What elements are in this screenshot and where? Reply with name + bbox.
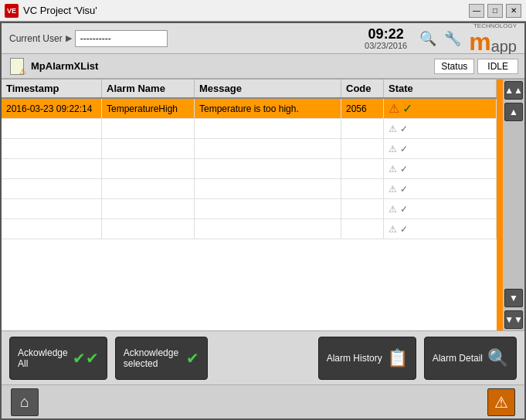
table-row[interactable]: 2016-03-23 09:22:14 TemperatureHigh Temp… bbox=[2, 99, 497, 119]
state-check-icon: ✓ bbox=[400, 204, 408, 215]
mapp-rest: app bbox=[491, 39, 517, 54]
header-bar: Current User ▶ 09:22 03/23/2016 🔍 🔧 TECH… bbox=[2, 23, 524, 54]
mapp-logo: TECHNOLOGY m app bbox=[469, 23, 517, 54]
table-row[interactable]: ⚠ ✓ bbox=[2, 159, 497, 179]
alarm-history-button[interactable]: Alarm History 📋 bbox=[318, 337, 416, 380]
warning-footer-icon: ⚠ bbox=[494, 393, 508, 412]
main-window: Current User ▶ 09:22 03/23/2016 🔍 🔧 TECH… bbox=[0, 22, 526, 420]
time-display: 09:22 bbox=[365, 27, 407, 41]
table-header: Timestamp Alarm Name Message Code State bbox=[2, 80, 497, 99]
table-row[interactable]: ⚠ ✓ bbox=[2, 179, 497, 199]
state-warn-icon: ⚠ bbox=[389, 164, 397, 174]
scroll-down-bottom-button[interactable]: ▼▼ bbox=[504, 310, 523, 329]
alarm-indicator-button[interactable]: ⚠ bbox=[487, 388, 515, 416]
arrow-right-icon: ▶ bbox=[66, 33, 72, 43]
scroll-up-top-button[interactable]: ▲▲ bbox=[504, 81, 523, 100]
detail-icon: 🔍 bbox=[487, 348, 508, 368]
alarm-history-label: Alarm History bbox=[327, 353, 382, 364]
user-input[interactable] bbox=[75, 30, 168, 47]
title-bar: VE VC Project 'Visu' — □ ✕ bbox=[0, 0, 526, 22]
scroll-area: ▲▲ ▲ ▼ ▼▼ bbox=[497, 80, 524, 330]
table-container: Timestamp Alarm Name Message Code State … bbox=[2, 79, 524, 330]
cell-alarm-name bbox=[102, 139, 195, 158]
cell-message bbox=[195, 159, 341, 178]
cell-alarm-name bbox=[102, 219, 195, 239]
btn-text: Ackowledge All bbox=[18, 347, 68, 369]
col-state: State bbox=[384, 80, 497, 97]
cell-alarm-name bbox=[102, 199, 195, 218]
state-warn-icon: ⚠ bbox=[389, 224, 397, 235]
state-warn-icon: ⚠ bbox=[389, 124, 397, 134]
state-warn-icon: ⚠ bbox=[389, 184, 397, 195]
doc-icon bbox=[10, 58, 24, 75]
table-row[interactable]: ⚠ ✓ bbox=[2, 119, 497, 139]
scroll-up-button[interactable]: ▲ bbox=[504, 103, 523, 121]
state-check-icon: ✓ bbox=[400, 144, 408, 154]
component-name: MpAlarmXList bbox=[31, 60, 434, 72]
mapp-m: m bbox=[469, 29, 490, 54]
table-row[interactable]: ⚠ ✓ bbox=[2, 219, 497, 239]
scroll-down-button[interactable]: ▼ bbox=[504, 289, 523, 307]
table-main: Timestamp Alarm Name Message Code State … bbox=[2, 80, 497, 330]
check-all-icon: ✔✔ bbox=[73, 349, 99, 368]
close-button[interactable]: ✕ bbox=[506, 4, 521, 18]
col-message: Message bbox=[195, 80, 341, 97]
scroll-column: ▲▲ ▲ ▼ ▼▼ bbox=[501, 80, 524, 330]
alarm-detail-button[interactable]: Alarm Detail 🔍 bbox=[424, 337, 517, 380]
minimize-button[interactable]: — bbox=[469, 4, 484, 18]
user-label: Current User bbox=[9, 33, 63, 44]
component-bar: MpAlarmXList Status IDLE bbox=[2, 54, 524, 79]
cell-alarm-name bbox=[102, 159, 195, 178]
cell-message bbox=[195, 139, 341, 158]
cell-code bbox=[341, 199, 384, 218]
col-alarm-name: Alarm Name bbox=[102, 80, 195, 97]
cell-state: ⚠ ✓ bbox=[384, 219, 497, 239]
cell-state: ⚠ ✓ bbox=[384, 159, 497, 178]
acknowledge-selected-button[interactable]: Acknowledge selected ✔ bbox=[115, 337, 208, 380]
cell-state: ⚠ ✓ bbox=[384, 119, 497, 138]
header-time: 09:22 03/23/2016 bbox=[365, 27, 407, 50]
status-label: Status bbox=[434, 59, 474, 74]
status-value: IDLE bbox=[477, 59, 518, 74]
cell-timestamp bbox=[2, 139, 102, 158]
table-row[interactable]: ⚠ ✓ bbox=[2, 139, 497, 159]
table-rows: 2016-03-23 09:22:14 TemperatureHigh Temp… bbox=[2, 99, 497, 330]
check-selected-icon: ✔ bbox=[186, 349, 199, 368]
cell-timestamp bbox=[2, 119, 102, 138]
app-logo: VE bbox=[5, 4, 19, 18]
cell-code: 2056 bbox=[341, 99, 384, 118]
cell-timestamp bbox=[2, 219, 102, 239]
cell-timestamp bbox=[2, 159, 102, 178]
home-button[interactable]: ⌂ bbox=[11, 388, 39, 416]
state-check-icon: ✓ bbox=[400, 224, 408, 235]
alarm-detail-label: Alarm Detail bbox=[433, 353, 483, 364]
acknowledge-all-button[interactable]: Ackowledge All ✔✔ bbox=[9, 337, 107, 380]
cell-alarm-name: TemperatureHigh bbox=[102, 99, 195, 118]
bottom-buttons: Ackowledge All ✔✔ Acknowledge selected ✔… bbox=[2, 330, 524, 384]
cell-state: ⚠ ✓ bbox=[384, 99, 497, 118]
home-icon: ⌂ bbox=[20, 393, 29, 411]
state-warn-icon: ⚠ bbox=[389, 144, 397, 154]
maximize-button[interactable]: □ bbox=[487, 4, 503, 18]
state-warn-icon: ⚠ bbox=[389, 204, 397, 215]
cell-code bbox=[341, 179, 384, 198]
history-icon: 📋 bbox=[387, 348, 408, 368]
state-check-icon: ✓ bbox=[402, 101, 412, 116]
cell-code bbox=[341, 119, 384, 138]
state-check-icon: ✓ bbox=[400, 184, 408, 195]
cell-message bbox=[195, 119, 341, 138]
col-code: Code bbox=[341, 80, 384, 97]
cell-code bbox=[341, 219, 384, 239]
settings-icon[interactable]: 🔧 bbox=[444, 30, 461, 47]
search-icon[interactable]: 🔍 bbox=[419, 30, 436, 47]
cell-message bbox=[195, 179, 341, 198]
state-check-icon: ✓ bbox=[400, 124, 408, 134]
mapp-logo-text: m app bbox=[469, 29, 517, 54]
cell-state: ⚠ ✓ bbox=[384, 139, 497, 158]
cell-state: ⚠ ✓ bbox=[384, 199, 497, 218]
cell-code bbox=[341, 159, 384, 178]
date-display: 03/23/2016 bbox=[365, 41, 407, 50]
cell-alarm-name bbox=[102, 179, 195, 198]
table-row[interactable]: ⚠ ✓ bbox=[2, 199, 497, 219]
cell-message: Temperature is too high. bbox=[195, 99, 341, 118]
